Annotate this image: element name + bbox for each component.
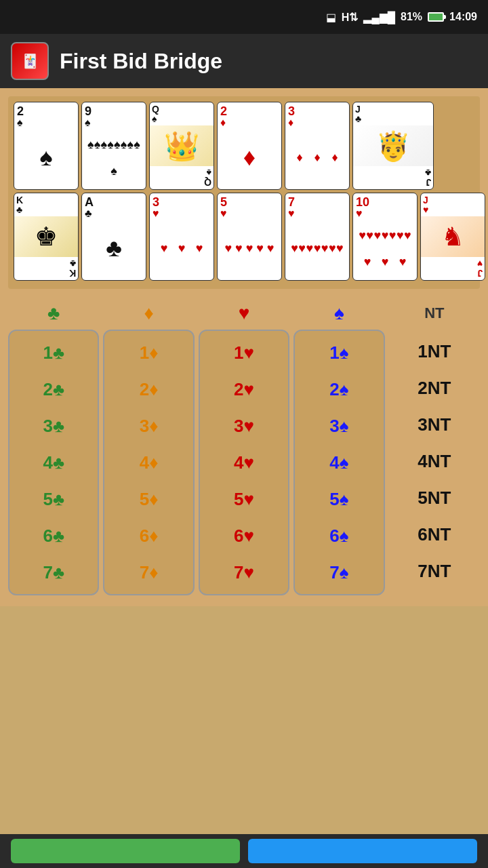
- signal-bars: ▂▄▆█: [363, 11, 395, 24]
- card-3-hearts[interactable]: 3 ♥ ♥♥♥: [149, 193, 214, 281]
- bid-7nt[interactable]: 7NT: [393, 553, 475, 589]
- main-content: 2 ♠ ♠ 9 ♠ ♠♠♠ ♠♠♠ ♠♠♠ Q♠ 👑: [0, 88, 488, 606]
- bid-4spades[interactable]: 4♠: [300, 445, 379, 480]
- card-rank-top: 5: [220, 196, 279, 208]
- card-suit-top: ♠: [17, 117, 75, 128]
- card-face-rank-bottom: Q♠: [202, 166, 214, 189]
- status-bar: ⬓ H⇅ ▂▄▆█ 81% 14:09: [0, 0, 488, 34]
- card-face-rank-bottom: J♥: [475, 257, 485, 280]
- bid-4hearts[interactable]: 4♥: [204, 445, 283, 480]
- card-center-pip: ♠: [17, 128, 75, 186]
- bid-6diamonds[interactable]: 6♦: [109, 518, 188, 553]
- bid-2hearts[interactable]: 2♥: [204, 372, 283, 407]
- card-face-rank: K♣: [14, 193, 78, 216]
- card-suit-top: ♠: [85, 117, 143, 128]
- card-face-rank-bottom: J♣: [423, 166, 433, 189]
- card-suit-top: ♦: [220, 117, 279, 128]
- card-center-pip: ♦: [220, 128, 279, 186]
- app-icon: 🃏: [11, 42, 49, 80]
- bid-3hearts[interactable]: 3♥: [204, 408, 283, 443]
- top-card-row: 2 ♠ ♠ 9 ♠ ♠♠♠ ♠♠♠ ♠♠♠ Q♠ 👑: [14, 102, 474, 190]
- bottom-card-row: K♣ ♚ K♣ A ♣ ♣ 3 ♥ ♥♥♥: [14, 193, 474, 281]
- bid-2nt[interactable]: 2NT: [393, 370, 475, 406]
- signal-text: H⇅: [342, 11, 359, 24]
- card-2-diamonds[interactable]: 2 ♦ ♦: [217, 102, 282, 190]
- bid-4diamonds[interactable]: 4♦: [109, 445, 188, 480]
- card-rank-top: 7: [288, 196, 346, 208]
- card-pips: ♦♦♦: [288, 128, 346, 186]
- card-face-rank: J♣: [353, 102, 433, 125]
- nt-column: NT 1NT 2NT 3NT 4NT 5NT 6NT 7NT: [389, 300, 480, 595]
- bid-2diamonds[interactable]: 2♦: [109, 372, 188, 407]
- title-bar: 🃏 First Bid Bridge: [0, 34, 488, 88]
- diamonds-column-inner: 1♦ 2♦ 3♦ 4♦ 5♦ 6♦ 7♦: [103, 330, 194, 595]
- card-suit-top: ♥: [356, 208, 414, 219]
- bid-1hearts[interactable]: 1♥: [204, 335, 283, 370]
- card-3-diamonds[interactable]: 3 ♦ ♦♦♦: [285, 102, 350, 190]
- hearts-header: ♥: [239, 300, 250, 327]
- card-9-spades[interactable]: 9 ♠ ♠♠♠ ♠♠♠ ♠♠♠: [81, 102, 146, 190]
- card-k-clubs[interactable]: K♣ ♚ K♣: [14, 193, 79, 281]
- card-2-spades[interactable]: 2 ♠ ♠: [14, 102, 79, 190]
- bid-3spades[interactable]: 3♠: [300, 408, 379, 443]
- bid-1spades[interactable]: 1♠: [300, 335, 379, 370]
- card-face-rank-bottom: K♣: [67, 257, 78, 280]
- clubs-column-inner: 1♣ 2♣ 3♣ 4♣ 5♣ 6♣ 7♣: [8, 330, 99, 595]
- bid-6clubs[interactable]: 6♣: [14, 518, 94, 553]
- battery-icon: [428, 12, 444, 22]
- bid-1diamonds[interactable]: 1♦: [109, 335, 188, 370]
- diamonds-header: ♦: [144, 300, 153, 327]
- bid-5diamonds[interactable]: 5♦: [109, 481, 188, 517]
- card-j-hearts[interactable]: J♥ ♞ J♥: [420, 193, 485, 281]
- bid-3clubs[interactable]: 3♣: [14, 408, 94, 443]
- card-suit-top: ♥: [152, 208, 211, 219]
- card-rank-top: 9: [85, 105, 143, 117]
- hearts-column-inner: 1♥ 2♥ 3♥ 4♥ 5♥ 6♥ 7♥: [199, 330, 289, 595]
- bid-2spades[interactable]: 2♠: [300, 372, 379, 407]
- card-face-art: 👑: [150, 125, 214, 166]
- clubs-column: ♣ 1♣ 2♣ 3♣ 4♣ 5♣ 6♣ 7♣: [8, 300, 99, 595]
- bottom-button-left[interactable]: [11, 839, 240, 863]
- bid-7spades[interactable]: 7♠: [300, 555, 379, 590]
- bid-5hearts[interactable]: 5♥: [204, 481, 283, 517]
- card-pips: ♥♥♥ ♥♥♥ ♥♥♥ ♥: [356, 219, 414, 277]
- bottom-button-right[interactable]: [248, 839, 477, 863]
- bid-6hearts[interactable]: 6♥: [204, 518, 283, 553]
- bid-6spades[interactable]: 6♠: [300, 518, 379, 553]
- nt-inner: 1NT 2NT 3NT 4NT 5NT 6NT 7NT: [389, 330, 480, 593]
- bid-5clubs[interactable]: 5♣: [14, 481, 94, 517]
- card-rank-top: 2: [220, 105, 279, 117]
- spades-column: ♠ 1♠ 2♠ 3♠ 4♠ 5♠ 6♠ 7♠: [293, 300, 384, 595]
- card-rank-top: 3: [152, 196, 211, 208]
- bid-1nt[interactable]: 1NT: [393, 334, 475, 369]
- bid-4nt[interactable]: 4NT: [393, 443, 475, 479]
- bid-7diamonds[interactable]: 7♦: [109, 555, 188, 590]
- card-j-clubs[interactable]: J♣ 🤴 J♣: [352, 102, 434, 190]
- card-q-spades[interactable]: Q♠ 👑 Q♠: [149, 102, 214, 190]
- bottom-bar: [0, 834, 488, 868]
- bid-3diamonds[interactable]: 3♦: [109, 408, 188, 443]
- clubs-header: ♣: [47, 300, 60, 327]
- card-5-hearts[interactable]: 5 ♥ ♥♥♥ ♥♥: [217, 193, 282, 281]
- bid-2clubs[interactable]: 2♣: [14, 372, 94, 407]
- spades-header: ♠: [334, 300, 344, 327]
- card-suit-top: ♦: [288, 117, 346, 128]
- card-a-clubs[interactable]: A ♣ ♣: [81, 193, 146, 281]
- diamonds-column: ♦ 1♦ 2♦ 3♦ 4♦ 5♦ 6♦ 7♦: [103, 300, 194, 595]
- card-face-art: ♚: [14, 216, 78, 257]
- hearts-column: ♥ 1♥ 2♥ 3♥ 4♥ 5♥ 6♥ 7♥: [199, 300, 289, 595]
- card-rank-top: 3: [288, 105, 346, 117]
- bid-3nt[interactable]: 3NT: [393, 407, 475, 442]
- card-10-hearts[interactable]: 10 ♥ ♥♥♥ ♥♥♥ ♥♥♥ ♥: [352, 193, 418, 281]
- bid-5spades[interactable]: 5♠: [300, 481, 379, 517]
- card-7-hearts[interactable]: 7 ♥ ♥♥♥ ♥♥♥ ♥: [285, 193, 350, 281]
- bid-5nt[interactable]: 5NT: [393, 480, 475, 515]
- bid-6nt[interactable]: 6NT: [393, 517, 475, 552]
- card-face-art: 🤴: [353, 125, 433, 166]
- battery-percent: 81%: [401, 11, 422, 23]
- bid-7clubs[interactable]: 7♣: [14, 555, 94, 590]
- card-pips: ♥♥♥: [152, 219, 211, 277]
- bid-7hearts[interactable]: 7♥: [204, 555, 283, 590]
- bid-4clubs[interactable]: 4♣: [14, 445, 94, 480]
- bid-1clubs[interactable]: 1♣: [14, 335, 94, 370]
